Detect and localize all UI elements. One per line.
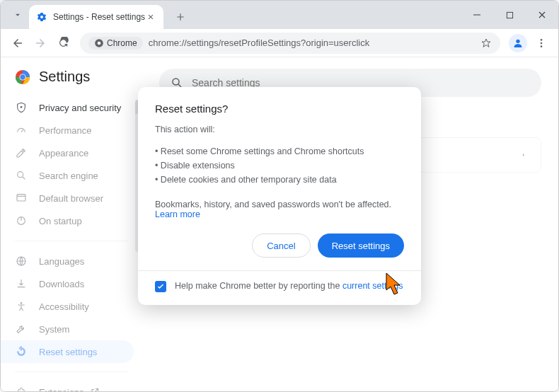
dialog-divider [138,270,421,271]
feedback-row: Help make Chrome better by reporting the… [155,281,404,292]
reset-settings-dialog: Reset settings? This action will: Reset … [138,87,421,305]
tab-strip: Settings - Reset settings [1,1,558,29]
kebab-icon [536,38,547,49]
dialog-bullet: Disable extensions [155,158,404,173]
profile-button[interactable] [509,34,527,52]
arrow-right-icon [34,37,47,50]
reload-icon [57,37,69,49]
arrow-left-icon [11,37,24,50]
feedback-label: Help make Chrome better by reporting the… [175,281,403,291]
dialog-actions: Cancel Reset settings [155,234,404,258]
svg-point-10 [21,106,23,108]
back-button[interactable] [6,32,29,54]
svg-point-5 [541,42,543,44]
chrome-logo-icon [94,38,104,48]
url-text: chrome://settings/resetProfileSettings?o… [149,38,480,48]
svg-point-18 [173,79,179,85]
svg-point-4 [541,39,543,41]
gear-icon [36,11,47,23]
window-controls [461,1,558,29]
person-icon [512,38,524,49]
bookmark-button[interactable] [480,38,492,49]
maximize-button[interactable] [493,1,526,29]
chevron-down-icon [13,10,23,20]
svg-point-6 [541,45,543,47]
menu-button[interactable] [530,32,553,54]
minimize-icon [473,11,481,19]
learn-more-link[interactable]: Learn more [155,209,200,219]
new-tab-button[interactable] [171,7,190,27]
minimize-button[interactable] [461,1,493,29]
svg-point-9 [20,74,25,79]
tab-title: Settings - Reset settings [53,12,145,22]
dialog-title: Reset settings? [155,103,404,115]
settings-header: Settings [1,69,142,96]
cancel-button[interactable]: Cancel [252,234,310,258]
tab-search-dropdown[interactable] [9,6,26,23]
svg-point-2 [98,41,101,45]
dialog-bullet: Delete cookies and other temporary site … [155,173,404,187]
browser-toolbar: Chrome chrome://settings/resetProfileSet… [1,29,558,57]
browser-tab-active[interactable]: Settings - Reset settings [29,5,163,29]
current-settings-link[interactable]: current settings [342,281,403,291]
close-icon [147,13,154,21]
dialog-bullet: Reset some Chrome settings and Chrome sh… [155,144,404,158]
reload-button[interactable] [52,32,74,54]
browser-window: Settings - Reset settings Chrome chrome:… [0,0,559,392]
close-tab-button[interactable] [145,11,156,23]
svg-rect-0 [507,12,512,18]
check-icon [156,282,165,291]
close-window-button[interactable] [526,1,558,29]
forward-button[interactable] [29,32,52,54]
feedback-checkbox[interactable] [155,281,166,292]
close-icon [538,11,546,19]
site-chip: Chrome [88,37,143,50]
dialog-bullets: Reset some Chrome settings and Chrome sh… [155,144,404,187]
maximize-icon [506,11,514,19]
shield-icon [15,101,28,114]
svg-point-3 [516,39,519,42]
dialog-note: Bookmarks, history, and saved passwords … [155,200,404,219]
address-bar[interactable]: Chrome chrome://settings/resetProfileSet… [80,33,500,54]
chrome-logo-icon [15,69,30,85]
settings-title: Settings [39,69,90,85]
star-icon [480,38,492,49]
plus-icon [175,12,185,22]
dialog-lead: This action will: [155,125,404,134]
reset-settings-button[interactable]: Reset settings [318,234,404,258]
